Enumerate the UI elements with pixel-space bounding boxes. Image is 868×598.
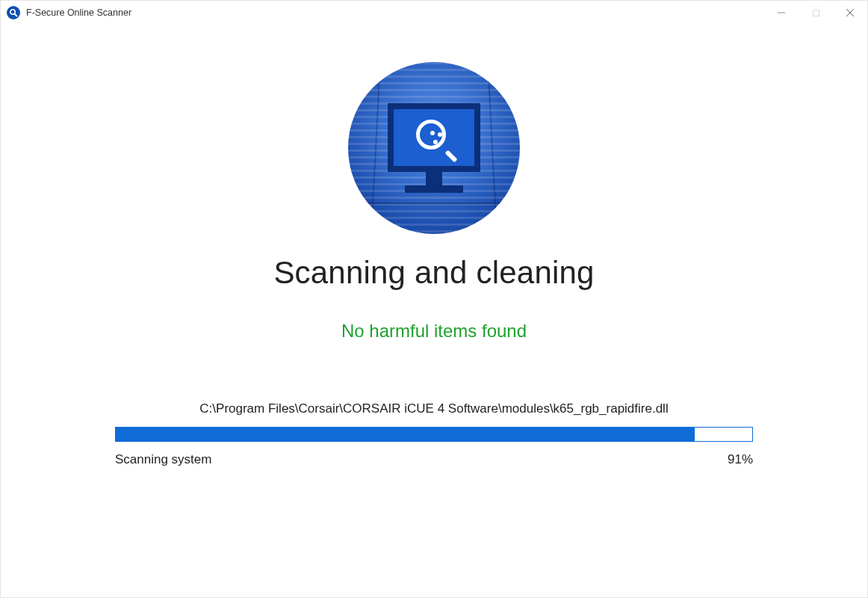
progress-task-label: Scanning system [115,452,211,467]
progress-fill [116,428,695,441]
window-controls [764,1,867,25]
app-icon [7,6,20,19]
main-content: Scanning and cleaning No harmful items f… [1,25,867,467]
current-file-path: C:\Program Files\Corsair\CORSAIR iCUE 4 … [115,401,753,416]
svg-line-1 [15,14,17,16]
close-button[interactable] [833,1,867,25]
minimize-button[interactable] [764,1,799,25]
window-title: F-Secure Online Scanner [26,7,131,18]
scan-progress-section: C:\Program Files\Corsair\CORSAIR iCUE 4 … [115,401,753,467]
progress-bar [115,427,753,442]
status-message: No harmful items found [341,321,527,342]
progress-percent-label: 91% [728,452,753,467]
svg-rect-3 [813,10,819,16]
hero-illustration [348,62,520,234]
title-bar: F-Secure Online Scanner [1,1,867,25]
maximize-button[interactable] [799,1,833,25]
magnifier-icon [416,120,452,155]
monitor-icon [388,103,480,193]
page-heading: Scanning and cleaning [273,255,594,291]
